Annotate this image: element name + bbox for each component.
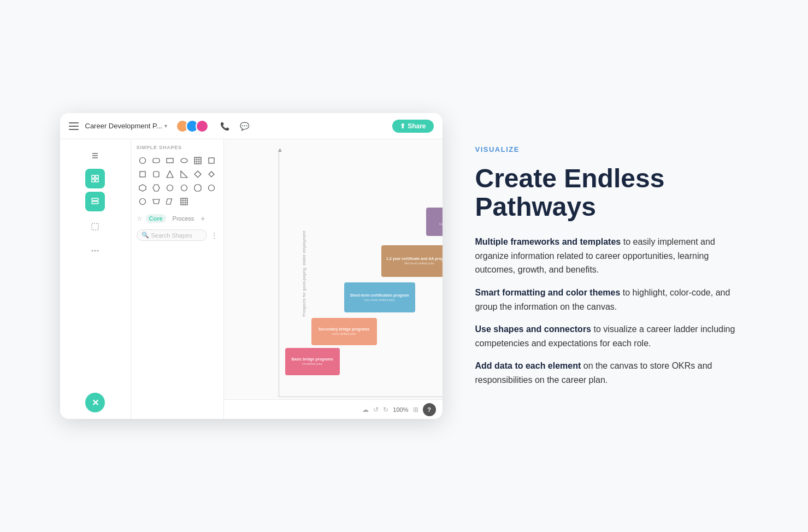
- shapes-more-icon[interactable]: ⋮: [210, 231, 218, 240]
- svg-point-32: [181, 185, 187, 191]
- shape-hexagon[interactable]: [137, 182, 149, 194]
- main-heading: Create Endless Pathways: [475, 164, 748, 222]
- shape-square[interactable]: [205, 155, 217, 167]
- shape-octagon[interactable]: [192, 182, 204, 194]
- svg-marker-33: [194, 185, 201, 191]
- y-axis-arrow: ▲: [277, 146, 284, 153]
- shapes-search-bar[interactable]: 🔍 Search Shapes: [137, 229, 207, 241]
- undo-icon[interactable]: ↺: [373, 406, 379, 413]
- share-button[interactable]: ⬆ Share: [392, 120, 433, 133]
- app-mockup: Career Development P... ▾ 📞 💬 ⬆ Share: [60, 113, 443, 419]
- svg-point-12: [97, 250, 99, 252]
- add-tab-button[interactable]: +: [200, 214, 205, 223]
- shape-circle3[interactable]: [178, 182, 190, 194]
- career-box-1[interactable]: Basic bridge programs Unskilled jobs: [285, 348, 340, 375]
- shape-circle4[interactable]: [137, 196, 149, 208]
- box-title-4: 1-2 year certificate and AA programs: [386, 256, 443, 261]
- left-tool-panel: ✕: [60, 139, 131, 419]
- feature-bold-1: Multiple frameworks and templates: [475, 237, 621, 246]
- tool-more[interactable]: [85, 241, 105, 261]
- app-topbar: Career Development P... ▾ 📞 💬 ⬆ Share: [60, 113, 443, 139]
- tab-core[interactable]: Core: [146, 214, 166, 223]
- shape-ellipse[interactable]: [178, 155, 190, 167]
- shape-rounded-rect[interactable]: [150, 155, 162, 167]
- shapes-tabs: ☆ Core Process +: [137, 214, 218, 223]
- shape-trapezoid[interactable]: [150, 196, 162, 208]
- svg-rect-14: [153, 158, 160, 163]
- svg-marker-28: [209, 172, 214, 177]
- shapes-star-icon[interactable]: ☆: [137, 215, 143, 222]
- avatar-group: [176, 120, 209, 133]
- shape-triangle[interactable]: [164, 168, 176, 180]
- shape-octagon2[interactable]: [205, 182, 217, 194]
- close-panel-button[interactable]: ✕: [85, 393, 105, 412]
- tool-shapes[interactable]: [85, 192, 105, 211]
- svg-rect-5: [92, 179, 95, 182]
- shape-circle[interactable]: [137, 155, 149, 167]
- search-shapes-input[interactable]: Search Shapes: [151, 232, 202, 239]
- svg-rect-9: [92, 223, 98, 230]
- diagram-container: ▲ Prospects for good-paying, stable empl…: [257, 150, 443, 397]
- feature-bold-2: Smart formatting and color themes: [475, 288, 621, 297]
- svg-rect-22: [209, 158, 214, 163]
- svg-marker-27: [194, 171, 201, 178]
- box-title-3: Short-term certification program: [350, 293, 409, 298]
- career-box-2[interactable]: Secondary bridge programs semi-skilled j…: [311, 318, 377, 345]
- shape-rectangle[interactable]: [164, 155, 176, 167]
- tool-select[interactable]: [85, 146, 105, 165]
- career-box-3[interactable]: Short-term certification program very le…: [344, 282, 415, 312]
- help-button[interactable]: ?: [423, 403, 436, 416]
- shape-hexagon2[interactable]: [150, 182, 162, 194]
- layout-icon[interactable]: ⊞: [413, 406, 418, 413]
- shape-parallelogram[interactable]: [164, 196, 176, 208]
- tab-process[interactable]: Process: [169, 214, 198, 223]
- svg-rect-23: [140, 172, 145, 177]
- svg-rect-8: [92, 202, 98, 204]
- shape-table[interactable]: [192, 155, 204, 167]
- feature-bold-4: Add data to each element: [475, 361, 581, 370]
- tool-frame[interactable]: [85, 217, 105, 237]
- topbar-icons: 📞 💬: [217, 119, 252, 134]
- shape-diamond[interactable]: [192, 168, 204, 180]
- y-axis: [279, 150, 279, 397]
- box-sub-4: Mid level skilled jobs: [404, 262, 434, 266]
- box-title-1: Basic bridge programs: [291, 357, 333, 362]
- shape-rounded-square[interactable]: [150, 168, 162, 180]
- shapes-panel-title: SIMPLE SHAPES: [137, 145, 218, 150]
- shape-right-triangle[interactable]: [178, 168, 190, 180]
- svg-marker-36: [153, 199, 160, 204]
- title-dropdown-arrow: ▾: [164, 123, 167, 129]
- svg-marker-29: [139, 185, 146, 191]
- svg-marker-25: [167, 171, 173, 178]
- feature-list: Multiple frameworks and templates to eas…: [475, 235, 748, 387]
- svg-point-34: [209, 185, 215, 191]
- career-box-4[interactable]: 1-2 year certificate and AA programs Mid…: [381, 245, 443, 277]
- box-sub-2: semi-skilled jobs: [332, 332, 356, 336]
- redo-icon[interactable]: ↻: [383, 406, 388, 413]
- svg-point-31: [167, 185, 173, 191]
- shapes-panel: SIMPLE SHAPES: [131, 139, 224, 419]
- document-title[interactable]: Career Development P... ▾: [85, 122, 167, 130]
- phone-icon[interactable]: 📞: [217, 119, 233, 134]
- shape-square2[interactable]: [137, 168, 149, 180]
- svg-point-11: [95, 250, 96, 252]
- svg-marker-30: [153, 185, 160, 191]
- shape-diamond2[interactable]: [205, 168, 217, 180]
- search-icon: 🔍: [141, 232, 149, 239]
- svg-point-35: [139, 199, 145, 205]
- shape-circle2[interactable]: [164, 182, 176, 194]
- chat-icon[interactable]: 💬: [237, 119, 252, 134]
- shape-grid2[interactable]: [178, 196, 190, 208]
- svg-point-16: [181, 158, 187, 163]
- box-title-2: Secondary bridge programs: [319, 327, 369, 332]
- box-sub-1: Unskilled jobs: [302, 362, 322, 367]
- box-sub-5: Upper level skilled jobs: [439, 222, 443, 227]
- career-box-5[interactable]: BA+ programs Upper level skilled jobs: [426, 208, 443, 236]
- svg-point-10: [92, 250, 93, 252]
- tool-grid[interactable]: [85, 169, 105, 188]
- content-section: VISUALIZE Create Endless Pathways Multip…: [475, 134, 748, 398]
- menu-icon[interactable]: [69, 121, 79, 131]
- svg-marker-26: [181, 171, 187, 178]
- canvas-area[interactable]: ▲ Prospects for good-paying, stable empl…: [224, 139, 443, 419]
- svg-rect-17: [194, 157, 201, 164]
